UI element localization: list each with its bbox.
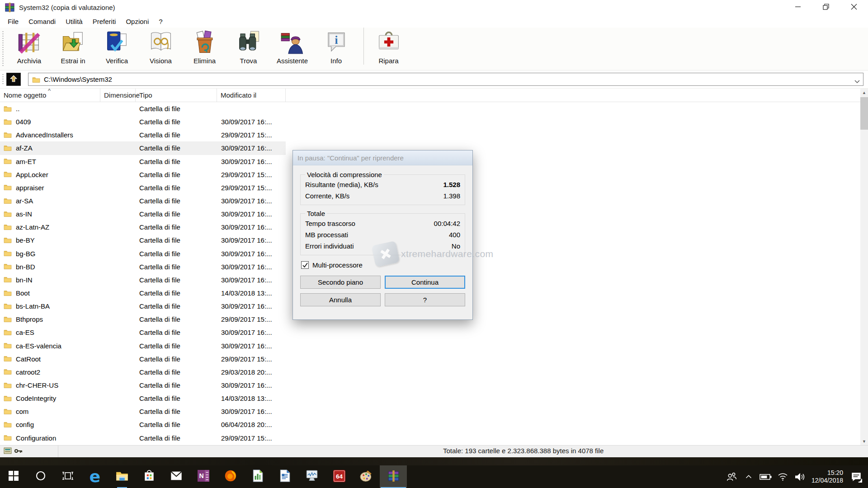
menu-item[interactable]: ? xyxy=(154,16,167,27)
file-type: Cartella di file xyxy=(136,105,217,113)
toolbar-button[interactable]: Trova xyxy=(226,28,270,65)
taskbar-button[interactable] xyxy=(0,465,27,488)
taskbar-button[interactable] xyxy=(244,465,271,488)
taskbar-button[interactable] xyxy=(163,465,190,488)
folder-icon xyxy=(4,183,12,192)
file-explorer-icon xyxy=(116,470,128,483)
scroll-up-icon[interactable]: ▲ xyxy=(860,89,868,96)
file-row[interactable]: CodeIntegrity Cartella di file 14/03/201… xyxy=(0,392,868,405)
folder-icon xyxy=(4,381,12,389)
folder-icon xyxy=(4,368,12,376)
file-row[interactable]: ca-ES-valencia Cartella di file 30/09/20… xyxy=(0,339,868,352)
menu-item[interactable]: Comandi xyxy=(24,16,61,27)
column-header[interactable]: Tipo xyxy=(136,89,217,102)
window-control-button[interactable] xyxy=(840,0,868,15)
address-bar: C:\Windows\System32 xyxy=(0,70,868,89)
wifi-icon[interactable] xyxy=(774,465,792,488)
menu-bar: File Comandi Utilità Preferiti Opzioni ? xyxy=(0,15,868,28)
menu-item[interactable]: File xyxy=(3,16,24,27)
taskbar-button[interactable] xyxy=(54,465,81,488)
menu-item[interactable]: Opzioni xyxy=(121,16,154,27)
archive-drive-icon[interactable] xyxy=(4,447,12,456)
dialog-button[interactable]: ? xyxy=(385,293,465,306)
taskbar-button[interactable] xyxy=(27,465,54,488)
toolbar-button[interactable]: Verifica xyxy=(95,28,139,65)
menu-item[interactable]: Utilità xyxy=(61,16,88,27)
file-row[interactable]: com Cartella di file 30/09/2017 16:... xyxy=(0,405,868,418)
toolbar-button[interactable]: Ripara xyxy=(363,28,413,65)
dialog-button[interactable]: Secondo piano xyxy=(300,276,381,289)
chevron-down-icon[interactable] xyxy=(854,77,860,85)
window-control-button[interactable] xyxy=(784,0,812,15)
multiprocessor-checkbox[interactable]: Multi-processore xyxy=(301,261,464,269)
window-control-button[interactable] xyxy=(812,0,840,15)
address-input[interactable]: C:\Windows\System32 xyxy=(28,73,863,86)
dialog-title-bar[interactable]: In pausa: "Continua" per riprendere xyxy=(293,150,472,165)
toolbar-button[interactable]: Assistente xyxy=(270,28,314,65)
file-type: Cartella di file xyxy=(136,434,217,442)
address-path: C:\Windows\System32 xyxy=(44,75,112,83)
action-center-icon[interactable] xyxy=(848,465,865,488)
checkbox-box[interactable] xyxy=(301,261,309,269)
battery-icon[interactable] xyxy=(757,465,774,488)
file-row[interactable]: 0409 Cartella di file 30/09/2017 16:... xyxy=(0,115,868,128)
volume-icon[interactable] xyxy=(792,465,809,488)
scrollbar-thumb[interactable] xyxy=(860,97,868,130)
menu-item[interactable]: Preferiti xyxy=(88,16,121,27)
toolbar-button[interactable]: Estrai in xyxy=(51,28,95,65)
toolbar-button[interactable]: Archivia xyxy=(7,28,51,65)
toolbar-button[interactable]: Visiona xyxy=(139,28,183,65)
taskbar-button[interactable]: e xyxy=(81,465,108,488)
file-row[interactable]: .. Cartella di file xyxy=(0,102,868,115)
key-icon[interactable] xyxy=(14,448,23,455)
taskbar-button[interactable]: 64 xyxy=(326,465,353,488)
file-row[interactable]: config Cartella di file 06/04/2018 20:..… xyxy=(0,418,868,431)
dialog-button[interactable]: Continua xyxy=(385,276,465,289)
file-row[interactable]: chr-CHER-US Cartella di file 30/09/2017 … xyxy=(0,379,868,392)
file-row[interactable]: ca-ES Cartella di file 30/09/2017 16:... xyxy=(0,326,868,339)
taskbar-button[interactable] xyxy=(217,465,244,488)
file-type: Cartella di file xyxy=(136,236,217,244)
file-modified: 14/03/2018 13:... xyxy=(217,394,286,402)
taskbar-button[interactable]: N xyxy=(190,465,217,488)
file-type: Cartella di file xyxy=(136,210,217,218)
taskbar-button[interactable] xyxy=(380,465,407,488)
file-modified: 29/09/2017 15:... xyxy=(217,315,286,323)
toolbar: Archivia Estrai in Verifica Visiona Elim… xyxy=(0,28,868,70)
up-one-level-button[interactable] xyxy=(6,73,21,86)
file-type: Cartella di file xyxy=(136,171,217,178)
cortana-icon xyxy=(35,470,46,483)
scroll-down-icon[interactable]: ▼ xyxy=(860,437,868,445)
toolbar-button[interactable]: Elimina xyxy=(183,28,226,65)
stat-label: Risultante (media), KB/s xyxy=(305,179,378,190)
vertical-scrollbar[interactable]: ▲ ▼ xyxy=(860,89,868,445)
dialog-button[interactable]: Annulla xyxy=(300,293,381,306)
toolbar-button[interactable]: i Info xyxy=(314,28,358,65)
taskbar-button[interactable] xyxy=(271,465,298,488)
file-name: 0409 xyxy=(16,118,31,126)
file-name: ca-ES-valencia xyxy=(16,342,61,350)
toolbar-button-label: Ripara xyxy=(378,57,398,65)
file-row[interactable]: AdvancedInstallers Cartella di file 29/0… xyxy=(0,128,868,141)
file-name: appraiser xyxy=(16,184,44,192)
stat-value: No xyxy=(452,240,460,252)
people-icon[interactable] xyxy=(723,465,740,488)
chevron-up-icon[interactable] xyxy=(740,465,757,488)
speed-group: Velocità di compressione Risultante (med… xyxy=(300,171,465,205)
file-modified: 06/04/2018 20:... xyxy=(217,421,286,428)
file-row[interactable]: catroot2 Cartella di file 29/03/2018 20:… xyxy=(0,366,868,379)
taskbar-button[interactable] xyxy=(298,465,326,488)
taskbar-clock[interactable]: 15:20 12/04/2018 xyxy=(809,469,848,485)
taskbar-button[interactable] xyxy=(108,465,136,488)
file-row[interactable]: CatRoot Cartella di file 29/09/2017 15:.… xyxy=(0,352,868,366)
column-header[interactable]: Dimensione xyxy=(100,89,136,102)
column-header[interactable]: Nome oggetto xyxy=(0,89,100,102)
stat-value: 400 xyxy=(449,229,460,240)
taskbar-button[interactable] xyxy=(353,465,380,488)
folder-icon xyxy=(4,249,12,258)
aida64-icon: 64 xyxy=(333,470,345,484)
taskbar-button[interactable] xyxy=(136,465,163,488)
column-header[interactable]: Modificato il xyxy=(217,89,286,102)
folder-icon xyxy=(4,355,12,363)
file-row[interactable]: Configuration Cartella di file 29/09/201… xyxy=(0,432,868,445)
